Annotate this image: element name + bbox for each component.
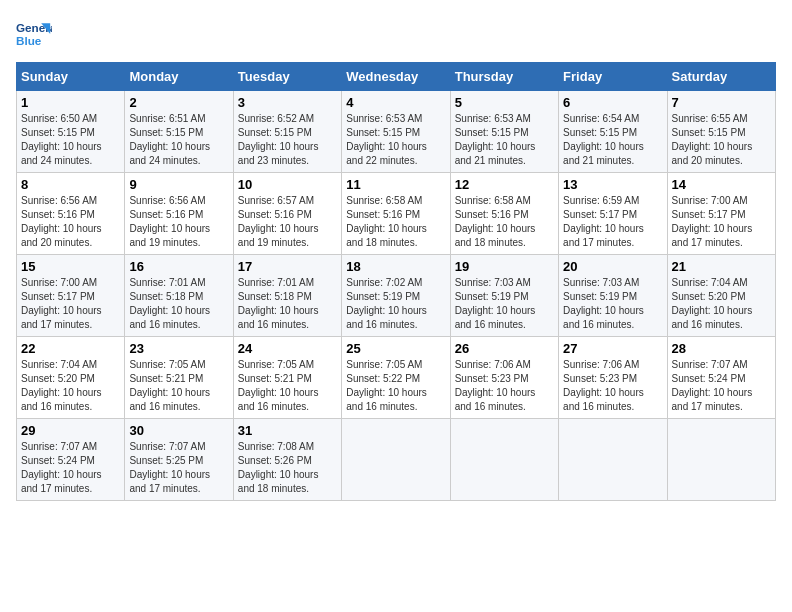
day-number: 20 [563,259,662,274]
calendar-day-3: 3 Sunrise: 6:52 AM Sunset: 5:15 PM Dayli… [233,91,341,173]
day-number: 12 [455,177,554,192]
weekday-header-monday: Monday [125,63,233,91]
day-info: Sunrise: 6:58 AM Sunset: 5:16 PM Dayligh… [346,194,445,250]
calendar-day-26: 26 Sunrise: 7:06 AM Sunset: 5:23 PM Dayl… [450,337,558,419]
calendar-week-3: 15 Sunrise: 7:00 AM Sunset: 5:17 PM Dayl… [17,255,776,337]
calendar-week-5: 29 Sunrise: 7:07 AM Sunset: 5:24 PM Dayl… [17,419,776,501]
logo: General Blue [16,16,56,52]
day-number: 5 [455,95,554,110]
day-info: Sunrise: 6:58 AM Sunset: 5:16 PM Dayligh… [455,194,554,250]
calendar-day-9: 9 Sunrise: 6:56 AM Sunset: 5:16 PM Dayli… [125,173,233,255]
weekday-header-sunday: Sunday [17,63,125,91]
calendar-day-10: 10 Sunrise: 6:57 AM Sunset: 5:16 PM Dayl… [233,173,341,255]
day-info: Sunrise: 7:06 AM Sunset: 5:23 PM Dayligh… [455,358,554,414]
calendar-day-20: 20 Sunrise: 7:03 AM Sunset: 5:19 PM Dayl… [559,255,667,337]
calendar-day-24: 24 Sunrise: 7:05 AM Sunset: 5:21 PM Dayl… [233,337,341,419]
day-number: 11 [346,177,445,192]
calendar-day-15: 15 Sunrise: 7:00 AM Sunset: 5:17 PM Dayl… [17,255,125,337]
day-number: 27 [563,341,662,356]
weekday-header-friday: Friday [559,63,667,91]
day-info: Sunrise: 6:54 AM Sunset: 5:15 PM Dayligh… [563,112,662,168]
day-info: Sunrise: 7:07 AM Sunset: 5:25 PM Dayligh… [129,440,228,496]
day-info: Sunrise: 7:01 AM Sunset: 5:18 PM Dayligh… [129,276,228,332]
calendar-week-1: 1 Sunrise: 6:50 AM Sunset: 5:15 PM Dayli… [17,91,776,173]
day-number: 9 [129,177,228,192]
calendar-week-4: 22 Sunrise: 7:04 AM Sunset: 5:20 PM Dayl… [17,337,776,419]
day-number: 1 [21,95,120,110]
weekday-header-row: SundayMondayTuesdayWednesdayThursdayFrid… [17,63,776,91]
day-number: 10 [238,177,337,192]
calendar-day-28: 28 Sunrise: 7:07 AM Sunset: 5:24 PM Dayl… [667,337,775,419]
weekday-header-saturday: Saturday [667,63,775,91]
svg-text:Blue: Blue [16,34,42,47]
day-number: 16 [129,259,228,274]
day-info: Sunrise: 6:56 AM Sunset: 5:16 PM Dayligh… [129,194,228,250]
weekday-header-wednesday: Wednesday [342,63,450,91]
calendar-day-1: 1 Sunrise: 6:50 AM Sunset: 5:15 PM Dayli… [17,91,125,173]
day-info: Sunrise: 6:50 AM Sunset: 5:15 PM Dayligh… [21,112,120,168]
day-number: 30 [129,423,228,438]
calendar-day-29: 29 Sunrise: 7:07 AM Sunset: 5:24 PM Dayl… [17,419,125,501]
day-number: 2 [129,95,228,110]
calendar-table: SundayMondayTuesdayWednesdayThursdayFrid… [16,62,776,501]
weekday-header-thursday: Thursday [450,63,558,91]
day-number: 22 [21,341,120,356]
day-number: 3 [238,95,337,110]
calendar-day-21: 21 Sunrise: 7:04 AM Sunset: 5:20 PM Dayl… [667,255,775,337]
day-number: 23 [129,341,228,356]
calendar-day-18: 18 Sunrise: 7:02 AM Sunset: 5:19 PM Dayl… [342,255,450,337]
day-number: 26 [455,341,554,356]
day-number: 25 [346,341,445,356]
day-number: 28 [672,341,771,356]
day-info: Sunrise: 7:07 AM Sunset: 5:24 PM Dayligh… [672,358,771,414]
day-number: 13 [563,177,662,192]
calendar-day-6: 6 Sunrise: 6:54 AM Sunset: 5:15 PM Dayli… [559,91,667,173]
calendar-day-12: 12 Sunrise: 6:58 AM Sunset: 5:16 PM Dayl… [450,173,558,255]
calendar-day-13: 13 Sunrise: 6:59 AM Sunset: 5:17 PM Dayl… [559,173,667,255]
calendar-week-2: 8 Sunrise: 6:56 AM Sunset: 5:16 PM Dayli… [17,173,776,255]
calendar-day-4: 4 Sunrise: 6:53 AM Sunset: 5:15 PM Dayli… [342,91,450,173]
day-info: Sunrise: 6:53 AM Sunset: 5:15 PM Dayligh… [346,112,445,168]
day-info: Sunrise: 6:57 AM Sunset: 5:16 PM Dayligh… [238,194,337,250]
day-info: Sunrise: 6:53 AM Sunset: 5:15 PM Dayligh… [455,112,554,168]
calendar-day-30: 30 Sunrise: 7:07 AM Sunset: 5:25 PM Dayl… [125,419,233,501]
day-info: Sunrise: 7:05 AM Sunset: 5:21 PM Dayligh… [238,358,337,414]
day-info: Sunrise: 6:51 AM Sunset: 5:15 PM Dayligh… [129,112,228,168]
day-info: Sunrise: 7:02 AM Sunset: 5:19 PM Dayligh… [346,276,445,332]
calendar-day-8: 8 Sunrise: 6:56 AM Sunset: 5:16 PM Dayli… [17,173,125,255]
day-number: 4 [346,95,445,110]
day-number: 6 [563,95,662,110]
day-info: Sunrise: 7:00 AM Sunset: 5:17 PM Dayligh… [21,276,120,332]
weekday-header-tuesday: Tuesday [233,63,341,91]
day-number: 8 [21,177,120,192]
calendar-day-11: 11 Sunrise: 6:58 AM Sunset: 5:16 PM Dayl… [342,173,450,255]
header: General Blue [16,16,776,52]
day-info: Sunrise: 7:05 AM Sunset: 5:22 PM Dayligh… [346,358,445,414]
calendar-day-31: 31 Sunrise: 7:08 AM Sunset: 5:26 PM Dayl… [233,419,341,501]
day-number: 21 [672,259,771,274]
empty-cell [450,419,558,501]
empty-cell [342,419,450,501]
day-number: 14 [672,177,771,192]
day-info: Sunrise: 7:00 AM Sunset: 5:17 PM Dayligh… [672,194,771,250]
day-info: Sunrise: 6:52 AM Sunset: 5:15 PM Dayligh… [238,112,337,168]
calendar-day-2: 2 Sunrise: 6:51 AM Sunset: 5:15 PM Dayli… [125,91,233,173]
day-info: Sunrise: 7:03 AM Sunset: 5:19 PM Dayligh… [563,276,662,332]
calendar-day-14: 14 Sunrise: 7:00 AM Sunset: 5:17 PM Dayl… [667,173,775,255]
calendar-day-27: 27 Sunrise: 7:06 AM Sunset: 5:23 PM Dayl… [559,337,667,419]
day-info: Sunrise: 7:05 AM Sunset: 5:21 PM Dayligh… [129,358,228,414]
calendar-day-25: 25 Sunrise: 7:05 AM Sunset: 5:22 PM Dayl… [342,337,450,419]
calendar-day-22: 22 Sunrise: 7:04 AM Sunset: 5:20 PM Dayl… [17,337,125,419]
day-number: 15 [21,259,120,274]
day-info: Sunrise: 7:04 AM Sunset: 5:20 PM Dayligh… [672,276,771,332]
day-number: 24 [238,341,337,356]
day-number: 17 [238,259,337,274]
day-info: Sunrise: 7:01 AM Sunset: 5:18 PM Dayligh… [238,276,337,332]
calendar-day-5: 5 Sunrise: 6:53 AM Sunset: 5:15 PM Dayli… [450,91,558,173]
empty-cell [667,419,775,501]
day-info: Sunrise: 6:55 AM Sunset: 5:15 PM Dayligh… [672,112,771,168]
empty-cell [559,419,667,501]
day-info: Sunrise: 7:08 AM Sunset: 5:26 PM Dayligh… [238,440,337,496]
day-number: 18 [346,259,445,274]
day-info: Sunrise: 7:04 AM Sunset: 5:20 PM Dayligh… [21,358,120,414]
